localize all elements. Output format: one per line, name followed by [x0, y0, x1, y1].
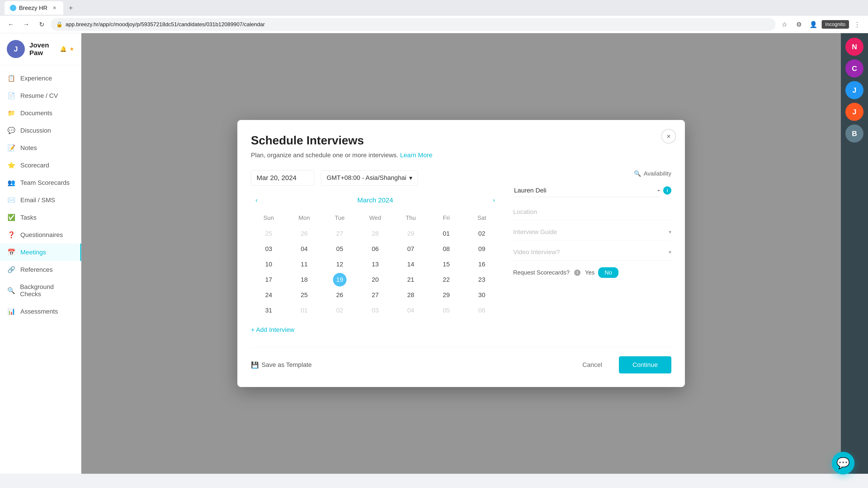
sidebar-label-documents: Documents [20, 109, 53, 117]
calendar-day-4-5[interactable]: 29 [439, 288, 453, 302]
continue-button[interactable]: Continue [619, 356, 671, 373]
calendar-next-button[interactable]: › [488, 195, 500, 206]
calendar-prev-button[interactable]: ‹ [251, 195, 262, 206]
add-interview-button[interactable]: + Add Interview [251, 326, 500, 333]
calendar-day-4-0[interactable]: 24 [262, 288, 276, 302]
calendar-day-4-6[interactable]: 30 [475, 288, 489, 302]
bookmark-button[interactable]: ☆ [778, 18, 791, 31]
learn-more-link[interactable]: Learn More [400, 152, 432, 159]
calendar-day-2-3[interactable]: 13 [368, 258, 382, 271]
calendar-day-3-4[interactable]: 21 [404, 273, 417, 287]
calendar-day-1-1[interactable]: 04 [298, 242, 311, 256]
calendar-day-3-2[interactable]: 19 [333, 273, 346, 287]
sidebar-item-notes[interactable]: 📝Notes [0, 139, 81, 157]
chat-bubble-button[interactable]: 💬 [832, 452, 855, 475]
calendar-month-label: March 2024 [358, 196, 393, 204]
sidebar-item-scorecard[interactable]: ⭐Scorecard [0, 157, 81, 174]
calendar-day-5-3[interactable]: 03 [368, 304, 382, 317]
interview-guide-field[interactable]: Interview Guide ▾ [513, 224, 671, 240]
sidebar-item-background-checks[interactable]: 🔍Background Checks [0, 278, 81, 303]
calendar-day-1-5[interactable]: 08 [439, 242, 453, 256]
calendar-day-0-4[interactable]: 29 [404, 227, 417, 240]
sidebar-item-email-sms[interactable]: ✉️Email / SMS [0, 191, 81, 209]
refresh-button[interactable]: ↻ [35, 18, 48, 31]
calendar-day-3-0[interactable]: 17 [262, 273, 276, 287]
calendar-day-0-6[interactable]: 02 [475, 227, 489, 240]
sidebar-item-discussion[interactable]: 💬Discussion [0, 122, 81, 139]
extensions-button[interactable]: ⚙ [793, 18, 805, 31]
address-bar[interactable]: 🔒 app.breezy.hr/app/c/moodjoy/p/59357218… [51, 18, 776, 31]
right-avatar-b[interactable]: B [845, 125, 864, 142]
cancel-button[interactable]: Cancel [571, 356, 614, 373]
calendar-day-2-0[interactable]: 10 [262, 258, 276, 271]
calendar-day-2-6[interactable]: 16 [475, 258, 489, 271]
no-button[interactable]: No [598, 267, 618, 278]
calendar-day-1-6[interactable]: 09 [475, 242, 489, 256]
calendar-day-2-2[interactable]: 12 [333, 258, 346, 271]
timezone-dropdown-icon: ▾ [409, 174, 412, 182]
save-template-button[interactable]: 💾 Save as Template [251, 361, 312, 369]
calendar-day-3-6[interactable]: 23 [475, 273, 489, 287]
calendar-day-0-1[interactable]: 26 [298, 227, 311, 240]
calendar-day-4-4[interactable]: 28 [404, 288, 417, 302]
notification-icon[interactable]: 🔔 [60, 46, 67, 52]
calendar-day-3-3[interactable]: 20 [368, 273, 382, 287]
sidebar-item-meetings[interactable]: 📅Meetings [0, 243, 81, 261]
active-tab[interactable]: Breezy HR ✕ [4, 1, 63, 15]
back-button[interactable]: ← [4, 18, 17, 31]
calendar-day-0-3[interactable]: 28 [368, 227, 382, 240]
right-avatar-n[interactable]: N [845, 38, 864, 56]
calendar-day-1-4[interactable]: 07 [404, 242, 417, 256]
calendar-day-3-5[interactable]: 22 [439, 273, 453, 287]
calendar-day-2-1[interactable]: 11 [298, 258, 311, 271]
favorite-icon[interactable]: ★ [69, 46, 74, 52]
calendar-day-2-4[interactable]: 14 [404, 258, 417, 271]
calendar-day-0-5[interactable]: 01 [439, 227, 453, 240]
sidebar-item-documents[interactable]: 📁Documents [0, 104, 81, 122]
location-placeholder: Location [513, 208, 537, 215]
sidebar-item-references[interactable]: 🔗References [0, 261, 81, 278]
modal-subtitle: Plan, organize and schedule one or more … [251, 152, 671, 159]
profile-button[interactable]: 👤 [807, 18, 820, 31]
tab-close-button[interactable]: ✕ [52, 5, 57, 11]
right-avatar-j1[interactable]: J [845, 81, 864, 99]
calendar-day-5-5[interactable]: 05 [439, 304, 453, 317]
calendar-day-5-2[interactable]: 02 [333, 304, 346, 317]
calendar-day-2-5[interactable]: 15 [439, 258, 453, 271]
user-name-row: Joven Paw 🔔 ★ [29, 41, 74, 57]
location-field[interactable]: Location [513, 204, 671, 220]
sidebar-item-assessments[interactable]: 📊Assessments [0, 303, 81, 320]
menu-button[interactable]: ⋮ [851, 18, 864, 31]
calendar-day-5-0[interactable]: 31 [262, 304, 276, 317]
modal-close-button[interactable]: × [661, 129, 676, 143]
calendar-day-3-1[interactable]: 18 [298, 273, 311, 287]
calendar-day-5-6[interactable]: 06 [475, 304, 489, 317]
sidebar-icon-references: 🔗 [7, 266, 16, 273]
calendar-day-0-2[interactable]: 27 [333, 227, 346, 240]
calendar-day-0-0[interactable]: 25 [262, 227, 276, 240]
calendar-day-5-4[interactable]: 04 [404, 304, 417, 317]
forward-button[interactable]: → [20, 18, 33, 31]
video-interview-field[interactable]: Video Interview? ▾ [513, 244, 671, 260]
calendar-day-1-3[interactable]: 06 [368, 242, 382, 256]
right-avatar-j2[interactable]: J [845, 103, 864, 121]
sidebar-item-questionnaires[interactable]: ❓Questionnaires [0, 226, 81, 243]
sidebar-item-team-scorecards[interactable]: 👥Team Scorecards [0, 174, 81, 191]
calendar-day-4-2[interactable]: 26 [333, 288, 346, 302]
sidebar-item-resume[interactable]: 📄Resume / CV [0, 87, 81, 104]
calendar-day-1-2[interactable]: 05 [333, 242, 346, 256]
calendar-day-4-1[interactable]: 25 [298, 288, 311, 302]
interviewer-info-icon[interactable]: i [663, 186, 671, 195]
sidebar-item-experience[interactable]: 📋Experience [0, 70, 81, 87]
sidebar-item-tasks[interactable]: ✅Tasks [0, 209, 81, 226]
availability-label[interactable]: Availability [644, 170, 671, 177]
timezone-select[interactable]: GMT+08:00 - Asia/Shanghai ▾ [321, 170, 418, 186]
calendar-day-1-0[interactable]: 03 [262, 242, 276, 256]
calendar-day-4-3[interactable]: 27 [368, 288, 382, 302]
interviewer-select[interactable]: Lauren Deli [513, 184, 660, 197]
date-display[interactable]: Mar 20, 2024 [251, 170, 314, 186]
calendar-day-5-1[interactable]: 01 [298, 304, 311, 317]
scorecards-info-icon[interactable]: i [574, 269, 581, 276]
new-tab-button[interactable]: + [65, 2, 76, 13]
right-avatar-c[interactable]: C [845, 59, 864, 77]
